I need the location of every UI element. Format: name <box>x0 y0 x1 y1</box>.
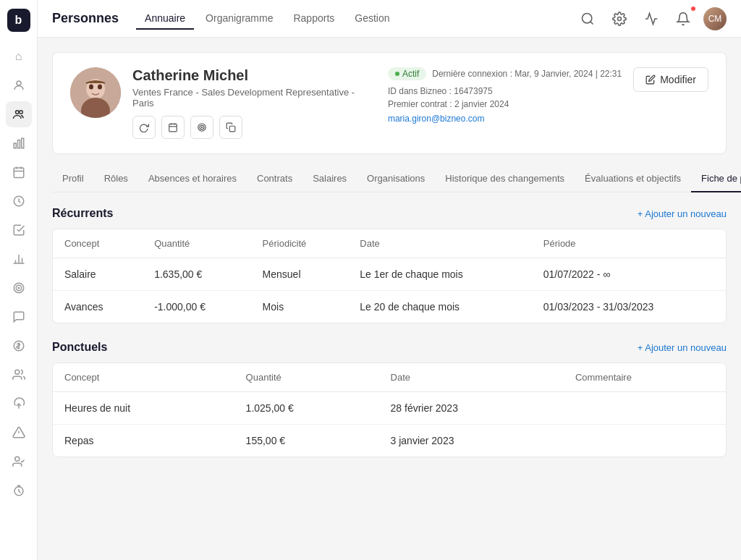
svg-point-31 <box>89 85 93 90</box>
profile-calendar-btn[interactable] <box>161 116 185 139</box>
svg-rect-3 <box>14 143 16 148</box>
profile-info: Catherine Michel Ventes France - Sales D… <box>132 67 376 139</box>
profile-contract-row: Premier contrat : 2 janvier 2024 <box>388 99 622 109</box>
profile-card: Catherine Michel Ventes France - Sales D… <box>52 52 727 154</box>
sidebar-chat-icon[interactable] <box>6 304 32 330</box>
recurrents-section: Récurrents + Ajouter un nouveau Concept … <box>52 207 727 323</box>
status-badge: Actif <box>388 67 426 80</box>
tab-organisations[interactable]: Organisations <box>357 166 435 192</box>
notification-icon[interactable] <box>672 7 695 30</box>
main-content: Personnes Annuaire Organigramme Rapports… <box>38 0 741 560</box>
profile-role: Ventes France - Sales Development Repres… <box>132 87 376 109</box>
search-icon[interactable] <box>576 7 599 30</box>
modify-button[interactable]: Modifier <box>633 67 708 92</box>
cell-commentaire <box>564 425 726 457</box>
svg-rect-33 <box>169 124 177 132</box>
profile-target-btn[interactable] <box>190 116 213 139</box>
cell-date: 3 janvier 2023 <box>379 425 564 457</box>
tab-contrats[interactable]: Contrats <box>247 166 302 192</box>
profile-email-row: maria.giron@bizneo.com <box>388 112 622 124</box>
tab-annuaire[interactable]: Annuaire <box>136 8 194 30</box>
cell-periodicite: Mensuel <box>251 258 349 291</box>
tab-absences[interactable]: Absences et horaires <box>138 166 247 192</box>
svg-rect-4 <box>17 140 20 148</box>
person-tabs: Profil Rôles Absences et horaires Contra… <box>52 166 727 192</box>
tab-salaires[interactable]: Salaires <box>302 166 357 192</box>
sidebar-person-icon[interactable] <box>6 72 32 98</box>
svg-point-32 <box>98 85 102 90</box>
cell-periodicite: Mois <box>251 291 349 323</box>
sidebar: b ⌂ <box>0 0 38 560</box>
cell-date: Le 1er de chaque mois <box>348 258 531 291</box>
add-ponctuel-btn[interactable]: + Ajouter un nouveau <box>638 342 727 353</box>
profile-copy-btn[interactable] <box>219 116 242 139</box>
svg-point-39 <box>201 127 202 127</box>
sidebar-alert-icon[interactable] <box>6 420 32 446</box>
tab-organigramme[interactable]: Organigramme <box>197 8 281 30</box>
cell-periode: 01/03/2023 - 31/03/2023 <box>532 291 726 323</box>
sidebar-chart-icon[interactable] <box>6 130 32 156</box>
sidebar-money-icon[interactable] <box>6 333 32 359</box>
tab-rapports[interactable]: Rapports <box>284 8 343 30</box>
svg-rect-40 <box>229 126 235 132</box>
recurrents-title: Récurrents <box>52 207 113 220</box>
svg-point-27 <box>618 17 622 20</box>
profile-photo <box>70 67 121 118</box>
profile-name: Catherine Michel <box>132 67 376 84</box>
top-navigation: Personnes Annuaire Organigramme Rapports… <box>38 0 741 38</box>
sidebar-clock-icon[interactable] <box>6 188 32 214</box>
add-recurrent-btn[interactable]: + Ajouter un nouveau <box>638 208 727 219</box>
sidebar-timer-icon[interactable] <box>6 478 32 504</box>
cell-concept: Salaire <box>53 258 143 291</box>
cell-date: 28 février 2023 <box>379 392 564 425</box>
profile-email-link[interactable]: maria.giron@bizneo.com <box>388 114 485 124</box>
svg-point-23 <box>14 457 19 461</box>
profile-avatar-svg <box>70 67 121 118</box>
ponctuels-title: Ponctuels <box>52 341 107 354</box>
profile-refresh-btn[interactable] <box>132 116 156 139</box>
tab-gestion[interactable]: Gestion <box>346 8 398 30</box>
col-concept-2: Concept <box>53 363 234 392</box>
sidebar-target-icon[interactable] <box>6 275 32 301</box>
table-row: Salaire 1.635,00 € Mensuel Le 1er de cha… <box>53 258 726 291</box>
cell-quantite: 1.635,00 € <box>143 258 250 291</box>
sidebar-people-icon[interactable] <box>6 362 32 388</box>
profile-status-row: Actif Dernière connexion : Mar, 9 Janvie… <box>388 67 622 80</box>
svg-point-19 <box>14 370 19 374</box>
tab-historique[interactable]: Historique des changements <box>435 166 575 192</box>
sidebar-check-icon[interactable] <box>6 217 32 243</box>
sidebar-calendar-icon[interactable] <box>6 159 32 185</box>
cell-concept: Heures de nuit <box>53 392 234 425</box>
tab-profil[interactable]: Profil <box>52 166 94 192</box>
sidebar-bar-chart-icon[interactable] <box>6 246 32 272</box>
user-avatar[interactable]: CM <box>703 7 727 30</box>
cell-commentaire <box>564 392 726 425</box>
tab-fiche-paie[interactable]: Fiche de paie <box>691 166 741 192</box>
svg-point-1 <box>15 111 19 114</box>
table-row: Avances -1.000,00 € Mois Le 20 de chaque… <box>53 291 726 323</box>
sidebar-group-icon[interactable] <box>6 101 32 127</box>
svg-point-2 <box>19 111 22 114</box>
last-login: Dernière connexion : Mar, 9 Janvier, 202… <box>432 69 622 79</box>
cell-date: Le 20 de chaque mois <box>348 291 531 323</box>
profile-id-row: ID dans Bizneo : 16473975 <box>388 86 622 96</box>
cell-concept: Avances <box>53 291 143 323</box>
table-row: Repas 155,00 € 3 janvier 2023 <box>53 425 726 457</box>
col-periode: Période <box>532 229 726 258</box>
sidebar-user-check-icon[interactable] <box>6 449 32 475</box>
app-logo[interactable]: b <box>7 9 30 32</box>
recurrents-header: Récurrents + Ajouter un nouveau <box>52 207 727 220</box>
table-row: Heures de nuit 1.025,00 € 28 février 202… <box>53 392 726 425</box>
activity-icon[interactable] <box>640 7 663 30</box>
sidebar-upload-icon[interactable] <box>6 391 32 417</box>
profile-action-buttons <box>132 116 376 139</box>
cell-quantite: 155,00 € <box>234 425 379 457</box>
edit-icon <box>645 75 656 85</box>
sidebar-home-icon[interactable]: ⌂ <box>6 43 32 69</box>
tab-evaluations[interactable]: Évaluations et objectifs <box>575 166 691 192</box>
col-date-1: Date <box>348 229 531 258</box>
settings-icon[interactable] <box>608 7 631 30</box>
col-periodicite: Périodicité <box>251 229 349 258</box>
tab-roles[interactable]: Rôles <box>94 166 138 192</box>
svg-point-17 <box>18 287 20 289</box>
